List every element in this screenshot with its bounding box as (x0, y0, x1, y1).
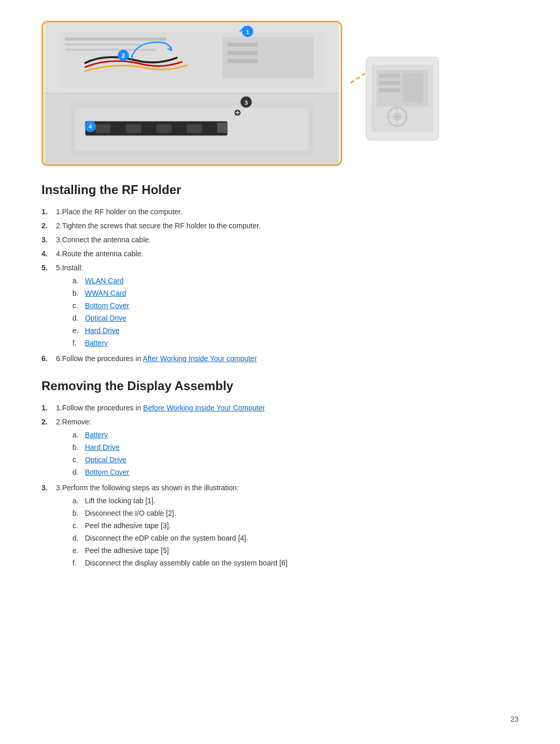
install-step-6-text: Follow the procedures in (62, 354, 143, 363)
optical-drive-link[interactable]: Optical Drive (85, 313, 127, 324)
installing-rf-holder-title: Installing the RF Holder (41, 183, 519, 197)
svg-rect-20 (157, 124, 172, 133)
remove-battery-link[interactable]: Battery (85, 430, 108, 440)
remove-sub-label-c: c. (73, 454, 85, 465)
svg-rect-4 (65, 37, 166, 40)
svg-rect-19 (126, 124, 141, 133)
install-step-6-content: Follow the procedures in After Working I… (62, 353, 519, 364)
install-step-3-text: Connect the antenna cable. (62, 235, 519, 245)
sub-label-d: d. (73, 313, 85, 324)
svg-rect-36 (379, 88, 400, 92)
svg-rect-5 (65, 44, 141, 46)
step-num-3: 3. (56, 235, 62, 245)
install-step-1-text: Place the RF holder on the computer. (62, 206, 519, 217)
install-step-5-text: Install: (62, 264, 83, 272)
remove-step-2-text: Remove: (62, 418, 91, 426)
svg-rect-8 (228, 43, 258, 47)
remove-step-1-text: Follow the procedures in (62, 404, 143, 412)
perform-sub-c: c. Peel the adhesive tape [3]. (73, 520, 519, 531)
remove-optical-drive-link[interactable]: Optical Drive (85, 454, 127, 465)
diagram-section: 1 2 3 4 (41, 21, 519, 166)
install-sub-d: d. Optical Drive (73, 313, 519, 324)
bottom-cover-link[interactable]: Bottom Cover (85, 300, 130, 311)
wwan-card-link[interactable]: WWAN Card (85, 288, 127, 299)
remove-bottom-cover-link[interactable]: Bottom Cover (85, 467, 130, 478)
step-num-1: 1. (56, 206, 62, 217)
step-num-6: 6. (56, 353, 62, 364)
side-diagram-wrapper (351, 42, 444, 145)
install-sub-c: c. Bottom Cover (73, 300, 519, 311)
install-step-4-text: Route the antenna cable. (62, 249, 519, 259)
remove-step-3: 3. Perform the following steps as shown … (41, 483, 519, 570)
perform-sub-f: f. Disconnect the display assembly cable… (73, 558, 519, 569)
remove-step-1: 1. Follow the procedures in Before Worki… (41, 403, 519, 414)
perform-label-f: f. (73, 558, 85, 569)
remove-hard-drive-link[interactable]: Hard Drive (85, 442, 120, 453)
install-sub-f: f. Battery (73, 338, 519, 349)
remove-step-3-text: Perform the following steps as shown in … (62, 484, 239, 492)
side-diagram-svg (351, 42, 444, 145)
sub-label-b: b. (73, 288, 85, 299)
remove-step-num-2: 2. (56, 417, 62, 479)
install-step-2: 2. Tighten the screws that secure the RF… (41, 221, 519, 231)
side-diagram-container (351, 42, 444, 145)
perform-label-b: b. (73, 508, 85, 519)
step-num-2: 2. (56, 221, 62, 231)
step-num-4: 4. (56, 249, 62, 259)
perform-text-d: Disconnect the eDP cable on the system b… (85, 533, 248, 544)
removing-display-title: Removing the Display Assembly (41, 379, 519, 393)
hard-drive-link[interactable]: Hard Drive (85, 325, 120, 336)
svg-rect-6 (65, 49, 156, 51)
sub-label-c: c. (73, 300, 85, 311)
perform-text-e: Peel the adhesive tape [5] (85, 545, 169, 556)
before-working-link[interactable]: Before Working Inside Your Computer (143, 404, 265, 412)
wlan-card-link[interactable]: WLAN Card (85, 275, 124, 286)
page-number: 23 (510, 715, 519, 723)
step-num-5: 5. (56, 263, 62, 350)
perform-sub-b: b. Disconnect the I/O cable [2]. (73, 508, 519, 519)
install-step-5: 5. Install: a. WLAN Card b. WWAN Card c.… (41, 263, 519, 350)
svg-rect-37 (402, 74, 423, 102)
remove-step-1-content: Follow the procedures in Before Working … (62, 403, 519, 414)
perform-label-c: c. (73, 520, 85, 531)
svg-text:1: 1 (246, 29, 249, 35)
svg-rect-35 (379, 81, 400, 85)
install-step-3: 3. Connect the antenna cable. (41, 235, 519, 245)
perform-sub-list: a. Lift the locking tab [1]. b. Disconne… (62, 495, 519, 569)
remove-step-2: 2. Remove: a. Battery b. Hard Drive c. O… (41, 417, 519, 479)
install-sub-list: a. WLAN Card b. WWAN Card c. Bottom Cove… (62, 275, 519, 349)
removing-steps-list: 1. Follow the procedures in Before Worki… (41, 403, 519, 570)
svg-text:4: 4 (89, 123, 92, 130)
perform-label-d: d. (73, 533, 85, 544)
install-step-1: 1. Place the RF holder on the computer. (41, 206, 519, 217)
remove-sub-c: c. Optical Drive (73, 454, 519, 465)
install-sub-a: a. WLAN Card (73, 275, 519, 286)
svg-rect-9 (228, 51, 258, 55)
svg-rect-18 (95, 124, 110, 133)
installing-steps-list: 1. Place the RF holder on the computer. … (41, 206, 519, 364)
install-sub-e: e. Hard Drive (73, 325, 519, 336)
install-step-6: 6. Follow the procedures in After Workin… (41, 353, 519, 364)
remove-step-2-content: Remove: a. Battery b. Hard Drive c. Opti… (62, 417, 519, 479)
remove-sub-label-b: b. (73, 442, 85, 453)
install-sub-b: b. WWAN Card (73, 288, 519, 299)
perform-text-c: Peel the adhesive tape [3]. (85, 520, 171, 531)
install-step-5-content: Install: a. WLAN Card b. WWAN Card c. Bo… (62, 263, 519, 350)
svg-rect-34 (379, 74, 400, 78)
sub-label-f: f. (73, 338, 85, 349)
svg-rect-10 (228, 59, 258, 63)
install-step-2-text: Tighten the screws that secure the RF ho… (62, 221, 519, 231)
svg-text:3: 3 (244, 99, 248, 106)
remove-sub-label-a: a. (73, 430, 85, 440)
perform-sub-a: a. Lift the locking tab [1]. (73, 495, 519, 506)
svg-text:2: 2 (122, 52, 125, 59)
remove-step-3-content: Perform the following steps as shown in … (62, 483, 519, 570)
sub-label-a: a. (73, 275, 85, 286)
remove-sub-list: a. Battery b. Hard Drive c. Optical Driv… (62, 430, 519, 478)
after-working-link[interactable]: After Working Inside Your computer (143, 354, 257, 363)
remove-sub-d: d. Bottom Cover (73, 467, 519, 478)
battery-link[interactable]: Battery (85, 338, 108, 349)
removing-display-assembly-section: Removing the Display Assembly 1. Follow … (41, 379, 519, 570)
remove-sub-a: a. Battery (73, 430, 519, 440)
perform-text-f: Disconnect the display assembly cable on… (85, 558, 288, 569)
